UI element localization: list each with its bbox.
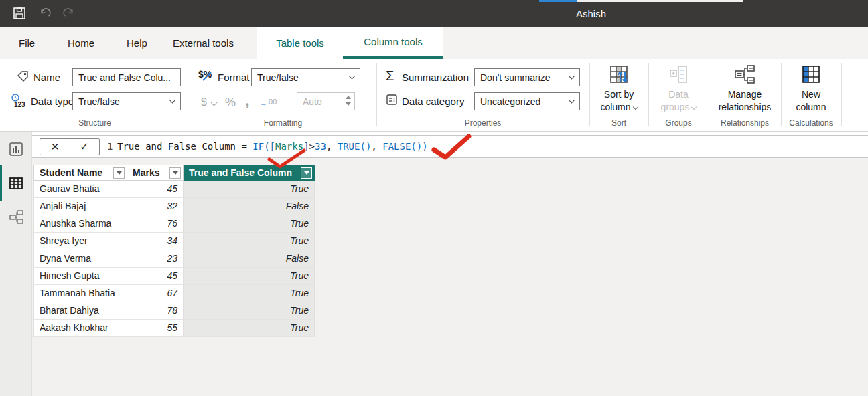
dropdown-arrow-icon (304, 171, 309, 175)
cell-student-name[interactable]: Gaurav Bhatia (33, 181, 127, 198)
manage-relationships-button[interactable]: Manage relationships (709, 62, 781, 120)
cell-marks[interactable]: 76 (127, 215, 184, 233)
cell-marks[interactable]: 34 (127, 233, 184, 250)
new-column-button[interactable]: New column (781, 62, 841, 120)
sort-by-column-button[interactable]: Sort by column (589, 62, 648, 120)
column-header-true-false[interactable]: True and False Column (184, 165, 315, 181)
filter-dropdown-button[interactable] (301, 167, 312, 179)
cell-student-name[interactable]: Bharat Dahiya (33, 302, 127, 320)
tab-help[interactable]: Help (127, 27, 147, 59)
format-select[interactable]: True/false (251, 68, 360, 86)
formula-line-number: 1 (107, 141, 113, 152)
title-bar: Ashish (0, 0, 868, 27)
datatype-icon: 123 (11, 93, 28, 109)
cell-marks[interactable]: 23 (127, 250, 184, 268)
table-row: Anjali Bajaj 32 False (33, 198, 315, 215)
tab-external-tools[interactable]: External tools (173, 27, 234, 59)
column-name-input[interactable]: True and False Colu... (72, 68, 181, 86)
cell-true-false[interactable]: True (184, 320, 315, 337)
formatting-group-label: Formatting (190, 118, 376, 128)
cell-true-false[interactable]: True (184, 302, 315, 320)
model-view-icon[interactable] (9, 209, 25, 225)
rename-tag-icon (16, 70, 29, 83)
groups-button-line1: Data (668, 89, 689, 100)
formula-text[interactable]: True and False Column = IF([Marks]>33, T… (117, 141, 428, 152)
new-column-line2: column (796, 102, 826, 112)
tab-table-tools[interactable]: Table tools (257, 27, 343, 59)
svg-text:123: 123 (14, 101, 25, 108)
cell-true-false[interactable]: True (184, 233, 315, 250)
tab-home[interactable]: Home (68, 27, 94, 59)
spinner-arrows[interactable] (346, 96, 351, 106)
cell-student-name[interactable]: Dyna Verma (33, 250, 127, 268)
sort-button-line1: Sort by (604, 89, 634, 100)
category-value: Uncategorized (480, 96, 540, 107)
table-row: Aakash Khokhar 55 True (33, 320, 315, 337)
undo-icon[interactable] (39, 7, 51, 19)
cell-true-false[interactable]: True (184, 268, 315, 285)
cell-marks[interactable]: 67 (127, 285, 184, 302)
cell-student-name[interactable]: Anushka Sharma (33, 215, 127, 233)
cell-marks[interactable]: 45 (127, 268, 184, 285)
cell-marks[interactable]: 45 (127, 181, 184, 198)
chevron-down-icon (691, 104, 697, 110)
percent-icon[interactable]: % (225, 96, 236, 110)
decimal-places-icon[interactable]: .00 (267, 98, 277, 106)
data-groups-icon (668, 64, 689, 84)
video-progress-fill (539, 0, 577, 2)
tab-file[interactable]: File (19, 27, 35, 59)
data-table: Student Name Marks True and False Column… (33, 165, 315, 337)
cell-true-false[interactable]: True (184, 181, 315, 198)
relationships-group-label: Relationships (709, 118, 781, 128)
cell-student-name[interactable]: Aakash Khokhar (33, 320, 127, 337)
datatype-select[interactable]: True/false (72, 92, 181, 110)
category-select[interactable]: Uncategorized (474, 92, 580, 110)
cell-true-false[interactable]: False (184, 250, 315, 268)
cell-marks[interactable]: 78 (127, 302, 184, 320)
spin-up-icon[interactable] (346, 96, 351, 99)
filter-dropdown-button[interactable] (169, 167, 181, 179)
cell-student-name[interactable]: Himesh Gupta (33, 268, 127, 285)
cell-student-name[interactable]: Tammanah Bhatia (33, 285, 127, 302)
redo-icon[interactable] (63, 7, 75, 19)
cell-true-false[interactable]: False (184, 198, 315, 215)
summarization-label: Summarization (402, 72, 469, 83)
formula-commit-controls: × ✓ (40, 138, 100, 155)
cancel-formula-icon[interactable]: × (40, 139, 70, 155)
report-view-icon[interactable] (9, 142, 23, 157)
currency-icon[interactable]: $ (201, 96, 207, 108)
format-pencil-icon (201, 71, 213, 82)
chevron-down-icon (169, 97, 176, 104)
table-row: Tammanah Bhatia 67 True (33, 285, 315, 302)
signed-in-user[interactable]: Ashish (576, 8, 606, 19)
format-label: Format (218, 72, 250, 83)
cell-true-false[interactable]: True (184, 215, 315, 233)
spin-down-icon[interactable] (346, 102, 351, 106)
table-row: Dyna Verma 23 False (33, 250, 315, 268)
column-header-marks[interactable]: Marks (127, 165, 184, 181)
relationships-button-line1: Manage (728, 89, 762, 100)
cell-student-name[interactable]: Anjali Bajaj (33, 198, 127, 215)
chevron-down-icon (349, 73, 356, 80)
commit-formula-icon[interactable]: ✓ (70, 139, 99, 155)
sort-group-label: Sort (589, 118, 648, 128)
data-groups-button: Data groups (648, 62, 709, 120)
cell-true-false[interactable]: True (184, 285, 315, 302)
sigma-icon: Σ (386, 68, 394, 84)
chevron-down-icon (632, 104, 638, 110)
column-header-student-name[interactable]: Student Name (33, 165, 127, 181)
summarization-select[interactable]: Don't summarize (474, 68, 580, 86)
cell-marks[interactable]: 32 (127, 198, 184, 215)
table-row: Gaurav Bhatia 45 True (33, 181, 315, 198)
thousands-separator-icon[interactable]: , (245, 91, 250, 110)
tab-column-tools[interactable]: Column tools (343, 27, 443, 59)
currency-chevron-icon[interactable] (211, 100, 218, 106)
save-icon[interactable] (13, 7, 25, 19)
cell-student-name[interactable]: Shreya Iyer (33, 233, 127, 250)
cell-marks[interactable]: 55 (127, 320, 184, 337)
sort-button-line2: column (600, 102, 630, 112)
decimal-places-spinner[interactable]: Auto (297, 92, 355, 110)
data-view-icon[interactable] (9, 176, 23, 191)
chevron-down-icon (569, 97, 575, 104)
filter-dropdown-button[interactable] (113, 167, 125, 179)
